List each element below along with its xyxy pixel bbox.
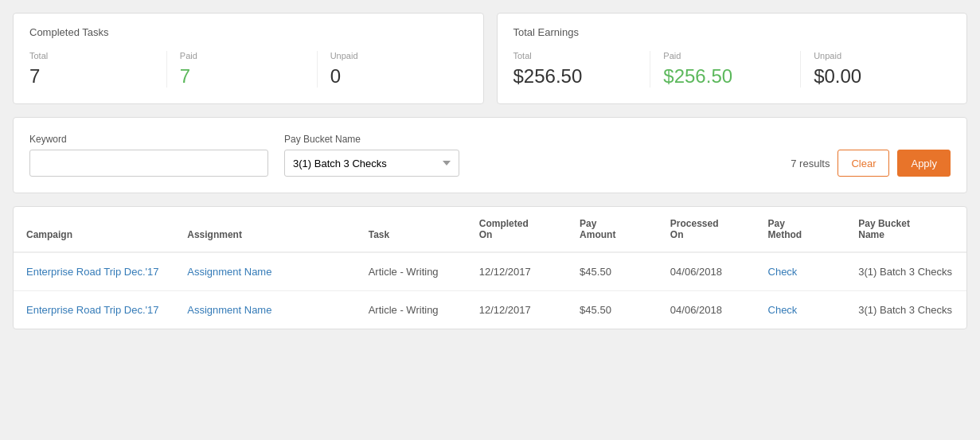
cell-task: Article - Writing (356, 252, 467, 291)
summary-row: Completed Tasks Total 7 Paid 7 Unpaid 0 … (13, 13, 967, 104)
earnings-total-metric: Total $256.50 (513, 51, 651, 88)
completed-tasks-card: Completed Tasks Total 7 Paid 7 Unpaid 0 (13, 13, 484, 104)
results-table: Campaign Assignment Task CompletedOn Pay… (14, 207, 966, 329)
keyword-input[interactable] (29, 150, 268, 177)
completed-paid-value: 7 (180, 65, 304, 88)
apply-button[interactable]: Apply (897, 150, 951, 177)
cell-pay-method: Check (755, 252, 846, 291)
col-header-campaign: Campaign (14, 207, 174, 252)
earnings-total-label: Total (513, 51, 638, 60)
completed-unpaid-metric: Unpaid 0 (318, 51, 467, 88)
cell-completed-on: 12/12/2017 (467, 252, 567, 291)
earnings-paid-value: $256.50 (663, 65, 787, 88)
completed-tasks-metrics: Total 7 Paid 7 Unpaid 0 (29, 51, 467, 88)
completed-unpaid-value: 0 (330, 65, 455, 88)
earnings-unpaid-label: Unpaid (814, 51, 938, 60)
cell-pay-bucket-name: 3(1) Batch 3 Checks (845, 252, 966, 291)
pay-method-link[interactable]: Check (768, 304, 798, 316)
completed-tasks-title: Completed Tasks (29, 26, 467, 38)
results-count: 7 results (791, 158, 830, 169)
col-header-pay-method: PayMethod (755, 207, 846, 252)
earnings-total-value: $256.50 (513, 65, 638, 88)
completed-paid-label: Paid (180, 51, 304, 60)
col-header-pay-amount: PayAmount (567, 207, 658, 252)
pay-bucket-label: Pay Bucket Name (284, 134, 459, 145)
keyword-label: Keyword (29, 134, 268, 145)
campaign-link[interactable]: Enterprise Road Trip Dec.'17 (26, 266, 159, 278)
filter-row: Keyword Pay Bucket Name 3(1) Batch 3 Che… (29, 134, 951, 177)
campaign-link[interactable]: Enterprise Road Trip Dec.'17 (26, 304, 159, 316)
table-row: Enterprise Road Trip Dec.'17 Assignment … (14, 291, 966, 329)
assignment-link[interactable]: Assignment Name (187, 266, 271, 278)
earnings-unpaid-value: $0.00 (814, 65, 938, 88)
pay-bucket-select[interactable]: 3(1) Batch 3 Checks (284, 150, 459, 177)
table-row: Enterprise Road Trip Dec.'17 Assignment … (14, 252, 966, 291)
earnings-paid-metric: Paid $256.50 (650, 51, 801, 88)
table-panel: Campaign Assignment Task CompletedOn Pay… (13, 206, 967, 329)
table-header-row: Campaign Assignment Task CompletedOn Pay… (14, 207, 966, 252)
cell-completed-on: 12/12/2017 (467, 291, 567, 329)
cell-assignment: Assignment Name (174, 291, 355, 329)
filter-panel: Keyword Pay Bucket Name 3(1) Batch 3 Che… (13, 117, 967, 193)
cell-assignment: Assignment Name (174, 252, 355, 291)
cell-pay-amount: $45.50 (567, 252, 658, 291)
total-earnings-title: Total Earnings (513, 26, 951, 38)
earnings-paid-label: Paid (663, 51, 787, 60)
cell-pay-amount: $45.50 (567, 291, 658, 329)
filter-actions: 7 results Clear Apply (791, 150, 951, 177)
cell-processed-on: 04/06/2018 (658, 291, 755, 329)
col-header-pay-bucket: Pay BucketName (845, 207, 966, 252)
col-header-assignment: Assignment (174, 207, 355, 252)
pay-method-link[interactable]: Check (768, 266, 798, 278)
completed-unpaid-label: Unpaid (330, 51, 455, 60)
completed-total-label: Total (29, 51, 154, 60)
cell-task: Article - Writing (356, 291, 467, 329)
completed-total-value: 7 (29, 65, 154, 88)
earnings-unpaid-metric: Unpaid $0.00 (801, 51, 951, 88)
keyword-filter-group: Keyword (29, 134, 268, 177)
cell-pay-bucket-name: 3(1) Batch 3 Checks (845, 291, 966, 329)
completed-paid-metric: Paid 7 (167, 51, 318, 88)
cell-campaign: Enterprise Road Trip Dec.'17 (14, 252, 174, 291)
col-header-completed: CompletedOn (467, 207, 567, 252)
total-earnings-metrics: Total $256.50 Paid $256.50 Unpaid $0.00 (513, 51, 951, 88)
cell-pay-method: Check (755, 291, 846, 329)
clear-button[interactable]: Clear (837, 150, 889, 177)
completed-total-metric: Total 7 (29, 51, 167, 88)
cell-campaign: Enterprise Road Trip Dec.'17 (14, 291, 174, 329)
col-header-processed: ProcessedOn (658, 207, 755, 252)
assignment-link[interactable]: Assignment Name (187, 304, 271, 316)
total-earnings-card: Total Earnings Total $256.50 Paid $256.5… (497, 13, 968, 104)
pay-bucket-filter-group: Pay Bucket Name 3(1) Batch 3 Checks (284, 134, 459, 177)
cell-processed-on: 04/06/2018 (658, 252, 755, 291)
col-header-task: Task (356, 207, 467, 252)
